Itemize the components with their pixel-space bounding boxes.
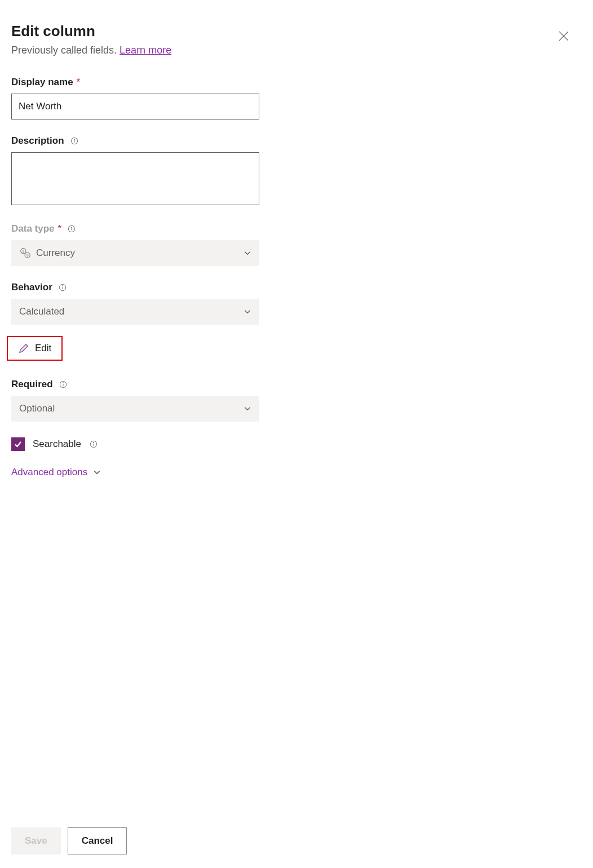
data-type-dropdown: $ $ Currency (11, 240, 259, 266)
chevron-down-icon (244, 249, 251, 257)
searchable-label: Searchable (33, 439, 98, 450)
required-label: Required (11, 379, 259, 390)
info-icon[interactable] (89, 440, 98, 449)
svg-point-7 (72, 227, 72, 228)
behavior-dropdown: Calculated (11, 299, 259, 325)
behavior-label: Behavior (11, 282, 259, 293)
searchable-checkbox[interactable] (11, 437, 25, 451)
data-type-label: Data type * (11, 223, 259, 234)
chevron-down-icon (93, 468, 101, 476)
cancel-button[interactable]: Cancel (68, 827, 127, 854)
svg-point-4 (74, 139, 74, 140)
info-icon[interactable] (67, 224, 76, 233)
svg-text:$: $ (23, 249, 25, 253)
required-asterisk: * (77, 77, 81, 88)
pencil-icon (18, 343, 29, 354)
description-label: Description (11, 135, 259, 147)
chevron-down-icon (244, 405, 251, 413)
close-button[interactable] (555, 27, 573, 45)
display-name-label: Display name * (11, 77, 259, 88)
info-icon[interactable] (70, 136, 79, 145)
check-icon (14, 440, 23, 449)
required-dropdown: Optional (11, 396, 259, 422)
close-icon (559, 31, 569, 41)
advanced-options-toggle[interactable]: Advanced options (11, 467, 259, 478)
description-input[interactable] (11, 152, 259, 205)
chevron-down-icon (244, 308, 251, 316)
svg-point-14 (62, 286, 63, 286)
info-icon[interactable] (59, 380, 68, 389)
svg-point-17 (63, 383, 63, 383)
display-name-input[interactable] (11, 94, 259, 119)
panel-subtitle: Previously called fields. Learn more (11, 45, 171, 56)
edit-button[interactable]: Edit (7, 336, 63, 361)
learn-more-link[interactable]: Learn more (120, 45, 171, 56)
info-icon[interactable] (58, 283, 67, 292)
svg-text:$: $ (26, 253, 29, 257)
svg-point-20 (93, 442, 94, 443)
currency-icon: $ $ (19, 247, 32, 259)
panel-title: Edit column (11, 23, 171, 40)
save-button: Save (11, 827, 61, 854)
required-asterisk: * (58, 223, 62, 234)
